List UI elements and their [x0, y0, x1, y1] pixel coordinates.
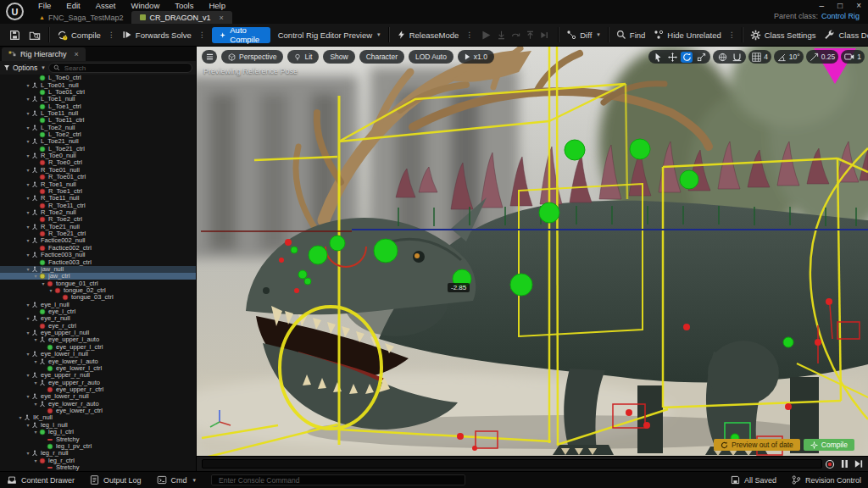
tree-item-L_Toe1_ctrl[interactable]: L_Toe1_ctrl [0, 103, 196, 109]
revision-control-button[interactable]: Revision Control [792, 475, 861, 485]
tree-item-R_Toe01_null[interactable]: ▾R_Toe01_null [0, 167, 196, 174]
camera-speed-control[interactable]: 1 [841, 50, 865, 64]
tree-item-leg_l_pv_ctrl[interactable]: leg_l_pv_ctrl [0, 443, 196, 450]
tree-item-Stretchy[interactable]: Stretchy [0, 464, 196, 471]
tree-item-R_Toe0_ctrl[interactable]: R_Toe0_ctrl [0, 159, 196, 166]
lod-dropdown[interactable]: LOD Auto [409, 50, 453, 64]
tree-item-L_Toe21_null[interactable]: ▾L_Toe21_null [0, 138, 196, 145]
cmd-dropdown[interactable]: Cmd ▾ [157, 475, 197, 485]
tree-item-R_Toe1_ctrl[interactable]: R_Toe1_ctrl [0, 188, 196, 195]
tree-item-leg_r_null[interactable]: ▾leg_r_null [0, 450, 196, 457]
expand-arrow[interactable]: ▾ [25, 266, 31, 273]
expand-arrow[interactable]: ▾ [25, 252, 31, 258]
tree-item-L_Toe1_null[interactable]: ▾L_Toe1_null [0, 96, 196, 103]
tree-item-R_Toe01_ctrl[interactable]: R_Toe01_ctrl [0, 174, 196, 180]
menu-edit[interactable]: Edit [58, 0, 87, 11]
all-saved-button[interactable]: All Saved [731, 475, 776, 485]
class-settings-button[interactable]: Class Settings [746, 26, 821, 43]
maximize-button[interactable]: □ [837, 1, 843, 10]
console-input[interactable] [217, 475, 459, 485]
search-input[interactable] [63, 64, 187, 73]
preview-mode-dropdown[interactable]: Control Rig Editor Preview ▾ [274, 26, 385, 43]
class-defaults-button[interactable]: Class Defaults [820, 26, 868, 43]
tree-item-leg_l_null[interactable]: ▾leg_l_null [0, 422, 196, 429]
expand-arrow[interactable]: ▾ [32, 401, 39, 408]
expand-arrow[interactable]: ▾ [32, 336, 39, 343]
expand-arrow[interactable]: ▾ [25, 152, 31, 159]
preview-out-of-date-button[interactable]: Preview out of date [714, 439, 800, 451]
expand-arrow[interactable]: ▾ [25, 125, 31, 131]
expand-arrow[interactable]: ▾ [25, 315, 31, 322]
pause-icon[interactable] [841, 459, 849, 469]
tree-item-IK_null[interactable]: ▾IK_null [0, 414, 196, 421]
expand-arrow[interactable]: ▾ [47, 287, 54, 294]
expand-arrow[interactable]: ▾ [25, 237, 31, 244]
scale-tool-icon[interactable] [695, 52, 707, 63]
tree-item-R_Toe2_ctrl[interactable]: R_Toe2_ctrl [0, 216, 196, 223]
expand-arrow[interactable]: ▾ [25, 450, 31, 457]
record-icon[interactable] [825, 459, 835, 469]
tree-item-eye_l_ctrl[interactable]: eye_l_ctrl [0, 308, 196, 315]
auto-compile-button[interactable]: Auto Compile [212, 27, 270, 43]
step-forward-icon[interactable] [854, 459, 863, 469]
select-tool-icon[interactable] [652, 52, 664, 63]
expand-arrow[interactable]: ▾ [25, 372, 31, 379]
tree-item-L_Toe2_null[interactable]: ▾L_Toe2_null [0, 125, 196, 131]
menu-file[interactable]: File [31, 0, 58, 11]
tab-rig[interactable]: CR_DRAGON_v1 × [131, 11, 231, 24]
menu-asset[interactable]: Asset [88, 0, 124, 11]
tree-item-R_Toe2_null[interactable]: ▾R_Toe2_null [0, 209, 196, 216]
content-drawer-button[interactable]: Content Drawer [7, 475, 75, 485]
tree-item-eye_lower_r_ctrl[interactable]: eye_lower_r_ctrl [0, 408, 196, 414]
hide-unrelated-button[interactable]: Hide Unrelated [649, 26, 725, 43]
tree-item-R_Toe1_null[interactable]: ▾R_Toe1_null [0, 180, 196, 187]
expand-arrow[interactable]: ▾ [32, 429, 39, 435]
find-button[interactable]: Find [612, 26, 649, 43]
expand-arrow[interactable]: ▾ [40, 280, 47, 287]
expand-arrow[interactable]: ▾ [25, 302, 31, 308]
expand-arrow[interactable]: ▾ [25, 224, 31, 230]
expand-arrow[interactable]: ▾ [25, 96, 31, 103]
rotation-snap-toggle[interactable]: 10° [774, 50, 804, 64]
tree-item-L_Toe21_ctrl[interactable]: L_Toe21_ctrl [0, 146, 196, 152]
tree-item-jaw_null[interactable]: ▾jaw_null [0, 266, 196, 273]
tree-item-tongue_03_ctrl[interactable]: tongue_03_ctrl [0, 294, 196, 301]
minimize-button[interactable]: – [820, 1, 825, 10]
tree-item-L_Toe0_ctrl[interactable]: L_Toe0_ctrl [0, 75, 196, 81]
expand-arrow[interactable]: ▾ [25, 195, 31, 202]
unreal-logo-icon[interactable]: U [6, 3, 24, 20]
tree-item-Factice003_null[interactable]: ▾Factice003_null [0, 252, 196, 258]
surface-snap-icon[interactable] [731, 52, 743, 63]
compile-button[interactable]: ? Compile [53, 26, 105, 43]
browse-to-asset-button[interactable] [25, 26, 45, 43]
tree-item-eye_lower_l_ctrl[interactable]: eye_lower_l_ctrl [0, 365, 196, 372]
character-dropdown[interactable]: Character [359, 50, 404, 64]
tree-item-leg_l_ctrl[interactable]: ▾leg_l_ctrl [0, 429, 196, 435]
viewport-menu-button[interactable] [202, 50, 217, 64]
expand-arrow[interactable]: ▾ [25, 393, 31, 400]
3d-viewport[interactable]: Perspective Lit Show Character LOD Auto … [197, 47, 868, 456]
tree-item-R_Toe21_null[interactable]: ▾R_Toe21_null [0, 224, 196, 230]
world-space-icon[interactable] [716, 52, 728, 63]
tree-item-eye_r_null[interactable]: ▾eye_r_null [0, 315, 196, 322]
rotate-tool-icon[interactable] [681, 52, 693, 63]
menu-window[interactable]: Window [123, 0, 167, 11]
diff-dropdown[interactable]: Diff ▾ [562, 26, 604, 43]
tree-item-Factice002_null[interactable]: ▾Factice002_null [0, 237, 196, 244]
tree-item-L_Toe01_null[interactable]: ▾L_Toe01_null [0, 81, 196, 88]
tree-item-R_Toe11_ctrl[interactable]: R_Toe11_ctrl [0, 202, 196, 208]
close-panel-icon[interactable]: × [75, 50, 79, 58]
release-mode-options-icon[interactable]: ⋮ [463, 30, 476, 39]
forwards-solve-button[interactable]: Forwards Solve [118, 26, 196, 43]
menu-help[interactable]: Help [201, 0, 233, 11]
tree-item-leg_r_ctrl[interactable]: ▾leg_r_ctrl [0, 457, 196, 463]
expand-arrow[interactable]: ▾ [32, 358, 39, 365]
tree-item-eye_l_null[interactable]: ▾eye_l_null [0, 302, 196, 308]
perspective-dropdown[interactable]: Perspective [221, 50, 283, 64]
console-input-box[interactable] [211, 474, 465, 485]
tree-item-L_Toe2_ctrl[interactable]: L_Toe2_ctrl [0, 131, 196, 138]
rig-hierarchy-tab[interactable]: Rig Hierarchy × [2, 47, 86, 61]
close-tab-icon[interactable]: × [220, 14, 224, 22]
lit-dropdown[interactable]: Lit [287, 50, 319, 64]
tree-item-Factice002_ctrl[interactable]: Factice002_ctrl [0, 245, 196, 252]
